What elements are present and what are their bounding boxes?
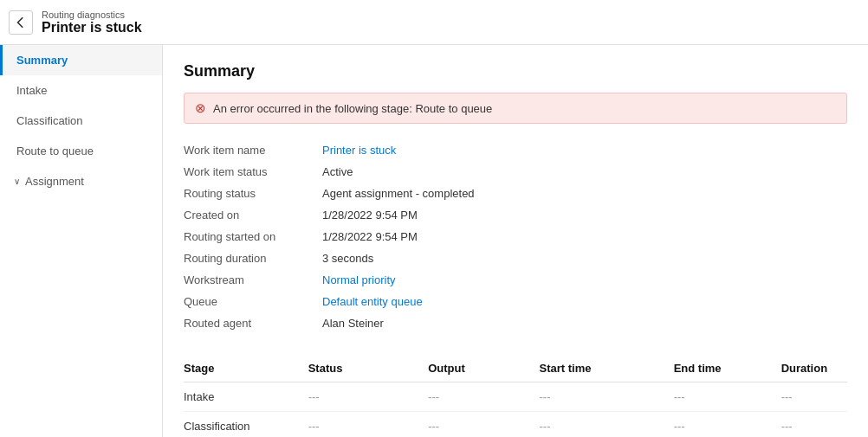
info-row-created-on: Created on 1/28/2022 9:54 PM — [184, 204, 847, 226]
routing-started-on-label: Routing started on — [184, 230, 322, 243]
back-icon — [15, 16, 27, 29]
content-title: Summary — [184, 62, 847, 80]
sidebar-group-label: Assignment — [25, 175, 84, 188]
info-row-routed-agent: Routed agent Alan Steiner — [184, 312, 847, 334]
info-row-routing-duration: Routing duration 3 seconds — [184, 247, 847, 269]
sidebar-item-classification[interactable]: Classification — [0, 106, 162, 136]
status-text: --- — [308, 390, 320, 403]
error-banner: ⊗ An error occurred in the following sta… — [184, 93, 847, 124]
info-row-work-item-name: Work item name Printer is stuck — [184, 139, 847, 161]
routing-started-on-value: 1/28/2022 9:54 PM — [322, 230, 418, 243]
start-time-cell: --- — [540, 412, 674, 438]
routed-agent-label: Routed agent — [184, 317, 322, 330]
routing-duration-value: 3 seconds — [322, 252, 373, 265]
work-item-name-value[interactable]: Printer is stuck — [322, 144, 396, 157]
work-item-status-label: Work item status — [184, 165, 322, 178]
created-on-value: 1/28/2022 9:54 PM — [322, 209, 418, 222]
stage-table: Stage Status Output Start time End time … — [184, 355, 847, 437]
page-header: Routing diagnostics Printer is stuck — [0, 0, 868, 45]
output-cell: --- — [428, 412, 539, 438]
stage-cell: Classification — [184, 412, 308, 438]
queue-label: Queue — [184, 295, 322, 308]
info-row-work-item-status: Work item status Active — [184, 161, 847, 183]
error-banner-text: An error occurred in the following stage… — [213, 102, 492, 115]
col-header-start-time: Start time — [540, 355, 674, 382]
info-row-routing-started-on: Routing started on 1/28/2022 9:54 PM — [184, 226, 847, 247]
col-header-end-time: End time — [674, 355, 781, 382]
content-area: Summary ⊗ An error occurred in the follo… — [163, 45, 868, 437]
routing-status-value: Agent assignment - completed — [322, 187, 475, 200]
sidebar-item-route-to-queue[interactable]: Route to queue — [0, 136, 162, 166]
back-button[interactable] — [9, 10, 33, 35]
status-cell: --- — [308, 412, 428, 438]
created-on-label: Created on — [184, 209, 322, 222]
routed-agent-value: Alan Steiner — [322, 317, 384, 330]
table-row: Classification--------------- — [184, 412, 847, 438]
info-row-queue: Queue Default entity queue — [184, 291, 847, 312]
col-header-duration: Duration — [781, 355, 847, 382]
workstream-value[interactable]: Normal priority — [322, 273, 396, 286]
start-time-cell: --- — [540, 382, 674, 412]
main-layout: Summary Intake Classification Route to q… — [0, 45, 868, 437]
sidebar-item-summary[interactable]: Summary — [0, 45, 162, 75]
work-item-name-label: Work item name — [184, 144, 322, 157]
info-table: Work item name Printer is stuck Work ite… — [184, 139, 847, 334]
end-time-cell: --- — [674, 382, 781, 412]
col-header-output: Output — [428, 355, 539, 382]
col-header-status: Status — [308, 355, 428, 382]
sidebar-group-assignment[interactable]: ∨ Assignment — [0, 166, 162, 191]
routing-duration-label: Routing duration — [184, 252, 322, 265]
sidebar: Summary Intake Classification Route to q… — [0, 45, 163, 437]
sidebar-item-intake[interactable]: Intake — [0, 75, 162, 106]
status-cell: --- — [308, 382, 428, 412]
page-title: Printer is stuck — [42, 20, 142, 35]
header-text-block: Routing diagnostics Printer is stuck — [42, 10, 142, 35]
table-header-row: Stage Status Output Start time End time … — [184, 355, 847, 382]
routing-status-label: Routing status — [184, 187, 322, 200]
breadcrumb: Routing diagnostics — [42, 10, 142, 20]
col-header-stage: Stage — [184, 355, 308, 382]
output-cell: --- — [428, 382, 539, 412]
chevron-down-icon: ∨ — [14, 177, 20, 186]
queue-value[interactable]: Default entity queue — [322, 295, 423, 308]
info-row-workstream: Workstream Normal priority — [184, 269, 847, 291]
duration-cell: --- — [781, 382, 847, 412]
stage-cell: Intake — [184, 382, 308, 412]
info-row-routing-status: Routing status Agent assignment - comple… — [184, 183, 847, 204]
duration-cell: --- — [781, 412, 847, 438]
work-item-status-value: Active — [322, 165, 353, 178]
error-circle-icon: ⊗ — [195, 100, 206, 116]
status-text: --- — [308, 420, 320, 433]
workstream-label: Workstream — [184, 273, 322, 286]
table-row: Intake--------------- — [184, 382, 847, 412]
end-time-cell: --- — [674, 412, 781, 438]
